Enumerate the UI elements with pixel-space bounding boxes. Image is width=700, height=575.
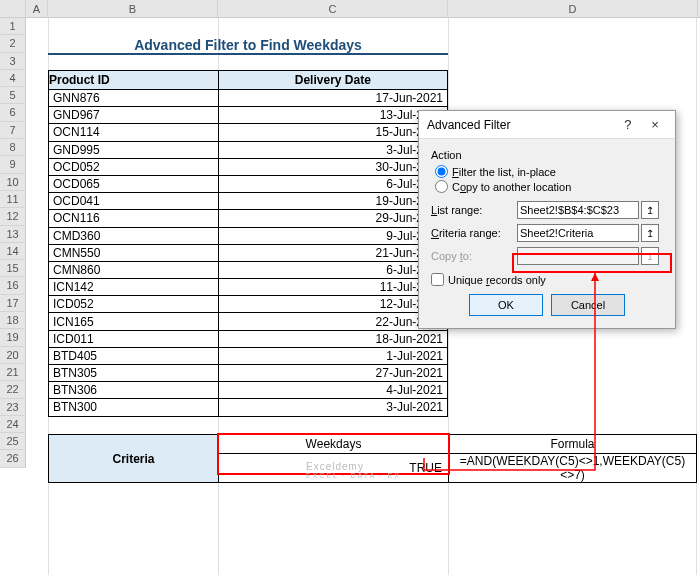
header-delivery-date[interactable]: Delivery Date — [218, 71, 447, 90]
cell-delivery-date[interactable]: 11-Jul-2021 — [218, 279, 447, 296]
cell-product-id[interactable]: OCD052 — [49, 158, 219, 175]
col-header-c[interactable]: C — [218, 0, 448, 17]
row-header-9[interactable]: 9 — [0, 156, 25, 173]
row-header-11[interactable]: 11 — [0, 191, 25, 208]
table-row[interactable]: OCD04119-Jun-2021 — [49, 193, 448, 210]
cell-product-id[interactable]: BTN300 — [49, 399, 219, 416]
row-header-24[interactable]: 24 — [0, 416, 25, 433]
table-row[interactable]: ICN14211-Jul-2021 — [49, 279, 448, 296]
cell-product-id[interactable]: GND995 — [49, 141, 219, 158]
row-header-13[interactable]: 13 — [0, 226, 25, 243]
dialog-titlebar[interactable]: Advanced Filter ? × — [419, 111, 675, 139]
cell-product-id[interactable]: OCN114 — [49, 124, 219, 141]
cell-product-id[interactable]: OCD065 — [49, 175, 219, 192]
cell-delivery-date[interactable]: 19-Jun-2021 — [218, 193, 447, 210]
row-header-19[interactable]: 19 — [0, 329, 25, 346]
table-row[interactable]: ICN16522-Jun-2021 — [49, 313, 448, 330]
table-row[interactable]: CMD3609-Jul-2021 — [49, 227, 448, 244]
cell-delivery-date[interactable]: 22-Jun-2021 — [218, 313, 447, 330]
row-header-5[interactable]: 5 — [0, 87, 25, 104]
cell-delivery-date[interactable]: 1-Jul-2021 — [218, 347, 447, 364]
cell-delivery-date[interactable]: 3-Jul-2021 — [218, 399, 447, 416]
table-row[interactable]: BTD4051-Jul-2021 — [49, 347, 448, 364]
col-header-d[interactable]: D — [448, 0, 698, 17]
row-header-15[interactable]: 15 — [0, 260, 25, 277]
row-header-22[interactable]: 22 — [0, 381, 25, 398]
row-header-12[interactable]: 12 — [0, 208, 25, 225]
cell-product-id[interactable]: BTD405 — [49, 347, 219, 364]
cell-product-id[interactable]: ICD052 — [49, 296, 219, 313]
row-header-3[interactable]: 3 — [0, 53, 25, 70]
header-product-id[interactable]: Product ID — [49, 71, 219, 90]
table-row[interactable]: CMN8606-Jul-2021 — [49, 261, 448, 278]
cancel-button[interactable]: Cancel — [551, 294, 625, 316]
select-all-corner[interactable] — [0, 0, 26, 17]
unique-records-checkbox[interactable] — [431, 273, 444, 286]
row-header-1[interactable]: 1 — [0, 18, 25, 35]
cell-delivery-date[interactable]: 29-Jun-2021 — [218, 210, 447, 227]
row-header-7[interactable]: 7 — [0, 122, 25, 139]
table-row[interactable]: GND9953-Jul-2021 — [49, 141, 448, 158]
table-row[interactable]: ICD01118-Jun-2021 — [49, 330, 448, 347]
table-row[interactable]: BTN3003-Jul-2021 — [49, 399, 448, 416]
table-row[interactable]: OCN11415-Jun-2021 — [49, 124, 448, 141]
help-icon[interactable]: ? — [616, 111, 640, 139]
cell-delivery-date[interactable]: 27-Jun-2021 — [218, 365, 447, 382]
criteria-label[interactable]: Criteria — [49, 435, 219, 483]
col-header-b[interactable]: B — [48, 0, 218, 17]
row-header-25[interactable]: 25 — [0, 433, 25, 450]
cell-delivery-date[interactable]: 30-Jun-2021 — [218, 158, 447, 175]
criteria-value-formula[interactable]: =AND(WEEKDAY(C5)<>1,WEEKDAY(C5)<>7) — [449, 454, 697, 483]
list-range-collapse-icon[interactable]: ↥ — [641, 201, 659, 219]
table-row[interactable]: GND96713-Jul-2021 — [49, 107, 448, 124]
ok-button[interactable]: OK — [469, 294, 543, 316]
cell-delivery-date[interactable]: 12-Jul-2021 — [218, 296, 447, 313]
cell-product-id[interactable]: BTN305 — [49, 365, 219, 382]
cell-delivery-date[interactable]: 15-Jun-2021 — [218, 124, 447, 141]
radio-filter-inplace[interactable] — [435, 165, 448, 178]
table-row[interactable]: OCD05230-Jun-2021 — [49, 158, 448, 175]
cell-product-id[interactable]: CMN550 — [49, 244, 219, 261]
row-header-2[interactable]: 2 — [0, 35, 25, 52]
criteria-head-weekdays[interactable]: Weekdays — [219, 435, 449, 454]
criteria-head-formula[interactable]: Formula — [449, 435, 697, 454]
close-icon[interactable]: × — [643, 111, 667, 139]
row-header-21[interactable]: 21 — [0, 364, 25, 381]
table-row[interactable]: OCD0656-Jul-2021 — [49, 175, 448, 192]
radio-copy-location[interactable] — [435, 180, 448, 193]
cell-delivery-date[interactable]: 9-Jul-2021 — [218, 227, 447, 244]
table-row[interactable]: BTN30527-Jun-2021 — [49, 365, 448, 382]
cell-delivery-date[interactable]: 6-Jul-2021 — [218, 175, 447, 192]
table-row[interactable]: OCN11629-Jun-2021 — [49, 210, 448, 227]
row-header-14[interactable]: 14 — [0, 243, 25, 260]
row-header-8[interactable]: 8 — [0, 139, 25, 156]
row-header-26[interactable]: 26 — [0, 450, 25, 467]
cell-product-id[interactable]: CMD360 — [49, 227, 219, 244]
cell-delivery-date[interactable]: 21-Jun-2021 — [218, 244, 447, 261]
row-header-6[interactable]: 6 — [0, 104, 25, 121]
col-header-a[interactable]: A — [26, 0, 48, 17]
row-header-4[interactable]: 4 — [0, 70, 25, 87]
cell-product-id[interactable]: BTN306 — [49, 382, 219, 399]
row-header-16[interactable]: 16 — [0, 277, 25, 294]
list-range-input[interactable] — [517, 201, 639, 219]
table-row[interactable]: ICD05212-Jul-2021 — [49, 296, 448, 313]
cell-delivery-date[interactable]: 17-Jun-2021 — [218, 90, 447, 107]
cell-product-id[interactable]: ICN165 — [49, 313, 219, 330]
cell-product-id[interactable]: OCD041 — [49, 193, 219, 210]
row-header-10[interactable]: 10 — [0, 174, 25, 191]
table-row[interactable]: BTN3064-Jul-2021 — [49, 382, 448, 399]
cell-product-id[interactable]: ICN142 — [49, 279, 219, 296]
cell-product-id[interactable]: GNN876 — [49, 90, 219, 107]
cell-product-id[interactable]: ICD011 — [49, 330, 219, 347]
row-header-17[interactable]: 17 — [0, 295, 25, 312]
cell-delivery-date[interactable]: 6-Jul-2021 — [218, 261, 447, 278]
criteria-range-collapse-icon[interactable]: ↥ — [641, 224, 659, 242]
table-row[interactable]: CMN55021-Jun-2021 — [49, 244, 448, 261]
row-header-23[interactable]: 23 — [0, 399, 25, 416]
row-header-18[interactable]: 18 — [0, 312, 25, 329]
cell-product-id[interactable]: OCN116 — [49, 210, 219, 227]
cell-delivery-date[interactable]: 4-Jul-2021 — [218, 382, 447, 399]
cell-delivery-date[interactable]: 3-Jul-2021 — [218, 141, 447, 158]
table-row[interactable]: GNN87617-Jun-2021 — [49, 90, 448, 107]
